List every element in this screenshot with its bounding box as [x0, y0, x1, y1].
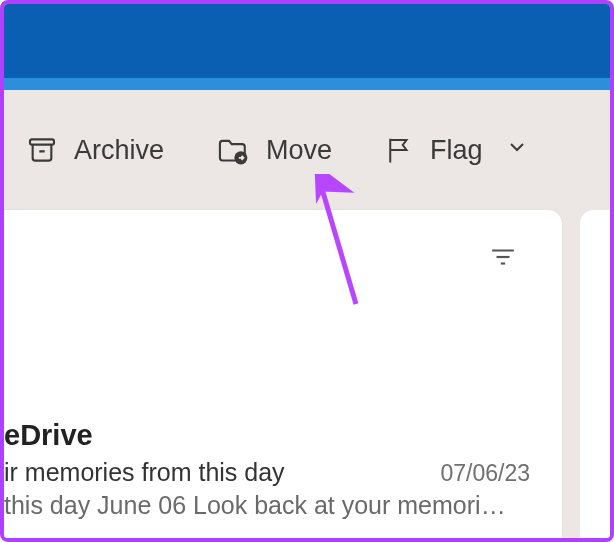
filter-icon[interactable]: [490, 246, 516, 272]
chevron-down-icon[interactable]: [505, 135, 529, 166]
svg-rect-0: [30, 139, 54, 144]
flag-icon: [384, 134, 414, 166]
mail-subject: ir memories from this day: [4, 458, 285, 487]
flag-button[interactable]: Flag: [384, 134, 483, 166]
archive-label: Archive: [74, 135, 164, 166]
move-button[interactable]: Move: [216, 134, 332, 166]
move-label: Move: [266, 135, 332, 166]
folder-move-icon: [216, 134, 250, 166]
adjacent-pane: [580, 210, 614, 538]
mail-list-item[interactable]: eDrive ir memories from this day 07/06/2…: [4, 419, 544, 520]
toolbar: Archive Move Flag: [4, 90, 610, 210]
content-area: eDrive ir memories from this day 07/06/2…: [4, 210, 610, 538]
window-titlebar-accent: [4, 78, 610, 90]
archive-button[interactable]: Archive: [26, 134, 164, 166]
window-titlebar: [4, 4, 610, 78]
archive-icon: [26, 134, 58, 166]
app-frame: Archive Move Flag: [0, 0, 614, 542]
mail-sender: eDrive: [4, 419, 530, 452]
flag-label: Flag: [430, 135, 483, 166]
message-list-pane: eDrive ir memories from this day 07/06/2…: [4, 210, 562, 538]
mail-date: 07/06/23: [440, 460, 530, 487]
mail-preview: this day June 06 Look back at your memor…: [4, 491, 530, 520]
